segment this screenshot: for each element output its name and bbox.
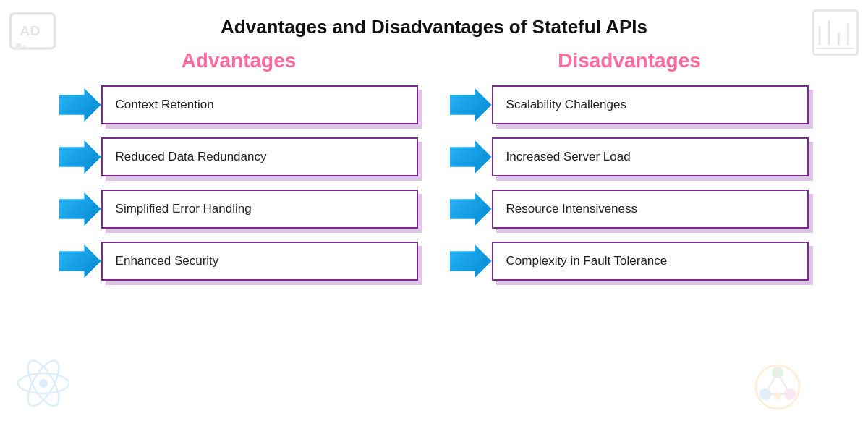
list-item: Simplified Error Handling <box>59 190 419 229</box>
item-label: Enhanced Security <box>101 242 419 281</box>
item-label: Complexity in Fault Tolerance <box>492 242 809 281</box>
item-wrapper: Scalability Challenges <box>492 85 809 124</box>
list-item: Increased Server Load <box>450 137 809 176</box>
item-label: Resource Intensiveness <box>492 190 809 229</box>
svg-line-18 <box>778 373 790 394</box>
svg-point-16 <box>784 388 796 400</box>
svg-point-17 <box>760 388 771 400</box>
arrow-icon <box>59 192 101 226</box>
list-item: Reduced Data Redundancy <box>59 137 419 176</box>
list-item: Context Retention <box>59 85 419 124</box>
item-wrapper: Resource Intensiveness <box>492 190 809 229</box>
item-label: Increased Server Load <box>492 137 809 176</box>
list-item: Resource Intensiveness <box>450 190 809 229</box>
item-wrapper: Enhanced Security <box>101 242 419 281</box>
svg-point-14 <box>756 365 799 409</box>
disadvantages-column: Disadvantages Scalability Challenges Inc… <box>450 49 809 281</box>
deco-atom-icon <box>14 354 72 412</box>
svg-point-13 <box>22 357 64 411</box>
list-item: Scalability Challenges <box>450 85 809 124</box>
item-wrapper: Complexity in Fault Tolerance <box>492 242 809 281</box>
item-wrapper: Reduced Data Redundancy <box>101 137 419 176</box>
item-wrapper: Simplified Error Handling <box>101 190 419 229</box>
svg-point-12 <box>22 357 64 411</box>
svg-line-20 <box>765 373 778 394</box>
disadvantages-list: Scalability Challenges Increased Server … <box>450 85 809 281</box>
svg-point-11 <box>18 373 69 393</box>
list-item: Enhanced Security <box>59 242 419 281</box>
arrow-icon <box>450 244 492 278</box>
arrow-icon <box>450 88 492 122</box>
advantages-column: Advantages Context Retention Reduced Dat… <box>59 49 419 281</box>
arrow-icon <box>59 88 101 122</box>
arrow-icon <box>59 140 101 174</box>
arrow-icon <box>59 244 101 278</box>
item-label: Reduced Data Redundancy <box>101 137 419 176</box>
arrow-icon <box>450 192 492 226</box>
page-title: Advantages and Disadvantages of Stateful… <box>0 0 868 46</box>
svg-point-10 <box>39 379 48 388</box>
item-wrapper: Increased Server Load <box>492 137 809 176</box>
svg-point-21 <box>774 393 781 400</box>
main-columns: Advantages Context Retention Reduced Dat… <box>0 49 868 281</box>
list-item: Complexity in Fault Tolerance <box>450 242 809 281</box>
advantages-list: Context Retention Reduced Data Redundanc… <box>59 85 419 281</box>
svg-point-15 <box>772 367 783 378</box>
item-label: Simplified Error Handling <box>101 190 419 229</box>
advantages-heading: Advantages <box>182 49 297 72</box>
svg-text::): :) <box>773 395 776 401</box>
item-label: Context Retention <box>101 85 419 124</box>
item-wrapper: Context Retention <box>101 85 419 124</box>
arrow-icon <box>450 140 492 174</box>
deco-science-icon: :) <box>745 354 810 420</box>
disadvantages-heading: Disadvantages <box>558 49 701 72</box>
item-label: Scalability Challenges <box>492 85 809 124</box>
